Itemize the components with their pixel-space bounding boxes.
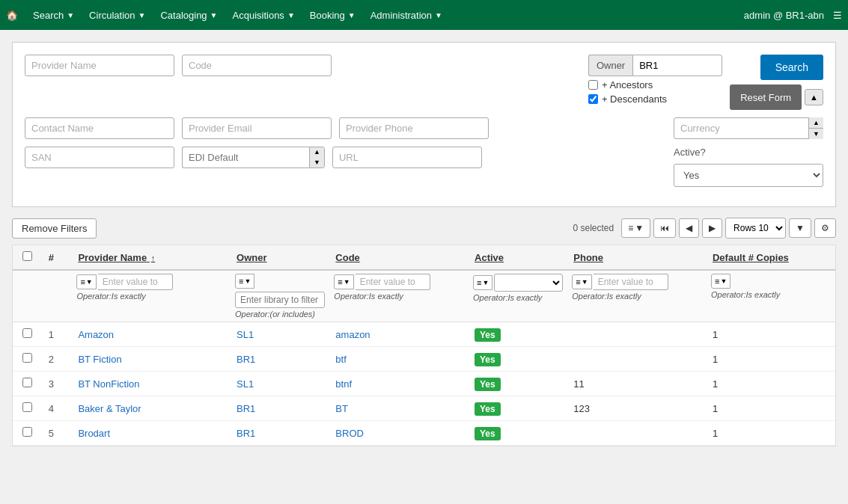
- collapse-button[interactable]: ▲: [805, 89, 823, 105]
- nav-circulation[interactable]: Circulation ▼: [82, 0, 153, 30]
- filter-code-input[interactable]: [356, 274, 430, 290]
- settings-button[interactable]: ⚙: [814, 218, 836, 238]
- currency-down[interactable]: ▼: [809, 128, 823, 139]
- edi-up[interactable]: ▲: [310, 147, 324, 158]
- row-checkbox-cell: [13, 322, 43, 347]
- ancestors-checkbox[interactable]: [588, 80, 598, 90]
- filter-code-op-label: Operator:Is exactly: [334, 292, 464, 301]
- san-input[interactable]: [25, 147, 174, 168]
- filter-op-copies[interactable]: ≡ ▼: [711, 274, 730, 289]
- header-phone[interactable]: Phone: [567, 245, 707, 270]
- header-owner[interactable]: Owner: [231, 245, 329, 270]
- row-checkbox[interactable]: [22, 378, 32, 387]
- header-active[interactable]: Active: [469, 245, 567, 270]
- header-checkbox-col: [13, 245, 43, 270]
- reset-form-button[interactable]: Reset Form: [730, 84, 802, 110]
- currency-up[interactable]: ▲: [809, 117, 823, 128]
- code-link[interactable]: amazon: [335, 329, 370, 340]
- row-code: amazon: [329, 322, 469, 347]
- owner-link[interactable]: BR1: [237, 428, 255, 439]
- nav-administration[interactable]: Administration ▼: [363, 0, 450, 30]
- row-checkbox[interactable]: [22, 328, 32, 338]
- next-page-button[interactable]: ▶: [702, 218, 722, 238]
- url-input[interactable]: [332, 147, 482, 168]
- currency-wrapper: ▲ ▼: [674, 117, 823, 139]
- provider-name-link[interactable]: BT Fiction: [78, 354, 121, 365]
- hamburger-icon[interactable]: ☰: [833, 10, 842, 21]
- active-badge: Yes: [475, 427, 501, 440]
- remove-filters-button[interactable]: Remove Filters: [12, 218, 97, 239]
- header-code[interactable]: Code: [329, 245, 469, 270]
- filter-phone-input[interactable]: [594, 274, 668, 290]
- table-row: 4 Baker & Taylor BR1 BT Yes 123 1: [13, 396, 835, 421]
- search-form: Owner + Ancestors + Descendants Search R…: [12, 42, 836, 207]
- search-button[interactable]: Search: [760, 55, 823, 80]
- owner-link[interactable]: SL1: [237, 329, 254, 340]
- rows-per-page-select[interactable]: Rows 10 Rows 25 Rows 50: [725, 218, 786, 239]
- nav-cataloging-caret: ▼: [210, 11, 218, 19]
- descendants-checkbox[interactable]: [588, 94, 598, 104]
- row-number: 4: [43, 396, 73, 421]
- owner-link[interactable]: BR1: [237, 354, 255, 365]
- ancestors-row: + Ancestors: [588, 79, 722, 90]
- filter-op-active[interactable]: ≡ ▼: [473, 275, 492, 290]
- provider-name-link[interactable]: BT NonFiction: [78, 378, 139, 390]
- header-num-col: #: [43, 245, 73, 270]
- filter-op-owner[interactable]: ≡ ▼: [235, 274, 254, 289]
- currency-spin: ▲ ▼: [808, 117, 823, 139]
- row-checkbox[interactable]: [22, 427, 32, 437]
- row-provider-name: BT NonFiction: [72, 372, 231, 396]
- filter-op-phone[interactable]: ≡ ▼: [572, 274, 591, 289]
- header-copies[interactable]: Default # Copies: [707, 245, 835, 270]
- contact-name-input[interactable]: [25, 117, 174, 139]
- nav-cataloging[interactable]: Cataloging ▼: [153, 0, 225, 30]
- active-badge: Yes: [475, 402, 501, 416]
- code-link[interactable]: btf: [335, 354, 346, 365]
- code-link[interactable]: btnf: [335, 378, 352, 390]
- row-checkbox[interactable]: [22, 353, 32, 363]
- filter-checkbox-col: [13, 270, 43, 322]
- filter-provider-input[interactable]: [98, 274, 173, 290]
- row-active: Yes: [469, 322, 567, 347]
- filter-op-provider[interactable]: ≡ ▼: [76, 274, 96, 289]
- code-link[interactable]: BROD: [335, 428, 364, 439]
- edi-down[interactable]: ▼: [310, 158, 324, 168]
- provider-phone-input[interactable]: [339, 117, 489, 139]
- owner-link[interactable]: BR1: [237, 403, 255, 414]
- provider-name-input[interactable]: [25, 55, 174, 76]
- provider-email-input[interactable]: [182, 117, 332, 139]
- row-provider-name: Brodart: [72, 421, 231, 446]
- prev-page-button[interactable]: ◀: [679, 218, 699, 238]
- provider-name-link[interactable]: Amazon: [78, 329, 114, 340]
- filter-active-op-label: Operator:Is exactly: [473, 293, 563, 302]
- filter-owner: ≡ ▼ Operator:(or includes): [231, 270, 329, 322]
- nav-acquisitions[interactable]: Acquisitions ▼: [225, 0, 302, 30]
- edi-default-input[interactable]: [182, 147, 309, 168]
- filter-library-input[interactable]: [235, 292, 325, 308]
- filter-op-code[interactable]: ≡ ▼: [334, 274, 353, 289]
- form-row-2: ▲ ▼: [25, 117, 823, 139]
- first-page-button[interactable]: ⏮: [653, 218, 676, 238]
- row-checkbox[interactable]: [22, 402, 32, 412]
- provider-name-link[interactable]: Brodart: [78, 428, 110, 439]
- filter-active-select[interactable]: Yes No: [494, 274, 563, 292]
- active-select[interactable]: Yes No: [674, 164, 823, 187]
- row-owner: SL1: [231, 372, 329, 396]
- owner-input[interactable]: [632, 55, 722, 76]
- nav-search[interactable]: Search ▼: [25, 0, 82, 30]
- code-link[interactable]: BT: [335, 403, 348, 414]
- navbar: 🏠 Search ▼ Circulation ▼ Cataloging ▼ Ac…: [0, 0, 848, 30]
- home-icon[interactable]: 🏠: [6, 10, 18, 21]
- nav-booking[interactable]: Booking ▼: [302, 0, 363, 30]
- select-all-checkbox[interactable]: [22, 251, 32, 261]
- currency-input[interactable]: [674, 117, 823, 139]
- code-input[interactable]: [182, 55, 332, 76]
- bulk-actions-button[interactable]: ≡ ▼: [621, 218, 650, 238]
- row-owner: BR1: [231, 396, 329, 421]
- provider-name-link[interactable]: Baker & Taylor: [78, 403, 141, 414]
- header-provider-name[interactable]: Provider Name ↑: [72, 245, 231, 270]
- table-row: 5 Brodart BR1 BROD Yes 1: [13, 421, 835, 446]
- row-number: 3: [43, 372, 73, 396]
- owner-link[interactable]: SL1: [237, 378, 254, 390]
- rows-down-button[interactable]: ▼: [789, 218, 811, 238]
